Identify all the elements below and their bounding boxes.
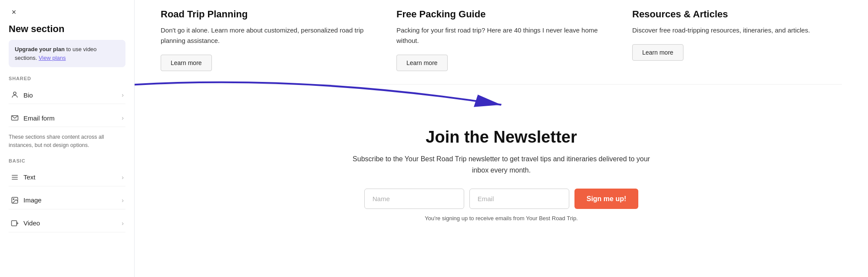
bio-label: Bio <box>23 91 33 99</box>
newsletter-section: Join the Newsletter Subscribe to the You… <box>161 111 842 230</box>
svg-point-0 <box>13 92 16 95</box>
signup-button[interactable]: Sign me up! <box>574 189 639 209</box>
person-icon <box>10 91 19 99</box>
text-label: Text <box>23 173 36 181</box>
video-icon <box>10 219 19 228</box>
newsletter-title: Join the Newsletter <box>169 128 833 147</box>
shared-section-label: SHARED <box>9 76 125 81</box>
newsletter-form: Sign me up! <box>169 189 833 209</box>
email-input[interactable] <box>469 189 569 209</box>
image-icon <box>10 196 19 205</box>
column-1-text: Don't go it alone. Learn more about cust… <box>161 25 370 46</box>
image-label: Image <box>23 196 42 204</box>
column-1-title: Road Trip Planning <box>161 9 370 20</box>
learn-more-button-1[interactable]: Learn more <box>161 55 212 71</box>
email-form-label: Email form <box>23 114 55 122</box>
lines-icon <box>10 173 19 182</box>
column-packing-guide: Free Packing Guide Packing for your firs… <box>396 9 606 71</box>
newsletter-subtitle: Subscribe to the Your Best Road Trip new… <box>350 153 653 176</box>
arrow-decoration <box>135 85 868 111</box>
column-3-text: Discover free road-tripping resources, i… <box>632 25 842 36</box>
sidebar-title: New section <box>9 23 125 35</box>
envelope-icon <box>10 114 19 122</box>
column-2-text: Packing for your first road trip? Here a… <box>396 25 606 46</box>
main-content: Road Trip Planning Don't go it alone. Le… <box>135 0 868 277</box>
basic-section-label: BASIC <box>9 158 125 163</box>
sidebar-item-email-form[interactable]: Email form › <box>9 109 125 127</box>
column-road-trip-planning: Road Trip Planning Don't go it alone. Le… <box>161 9 370 71</box>
newsletter-disclaimer: You're signing up to receive emails from… <box>169 215 833 222</box>
text-chevron-icon: › <box>122 174 124 181</box>
svg-point-6 <box>13 199 14 199</box>
sidebar-item-bio[interactable]: Bio › <box>9 86 125 104</box>
video-label: Video <box>23 219 40 227</box>
email-form-chevron-icon: › <box>122 114 124 121</box>
column-3-title: Resources & Articles <box>632 9 842 20</box>
sidebar: × New section Upgrade your plan to use v… <box>0 0 135 277</box>
image-chevron-icon: › <box>122 197 124 204</box>
name-input[interactable] <box>364 189 464 209</box>
columns-section: Road Trip Planning Don't go it alone. Le… <box>161 0 842 85</box>
svg-marker-8 <box>17 222 18 224</box>
column-2-title: Free Packing Guide <box>396 9 606 20</box>
video-chevron-icon: › <box>122 220 124 227</box>
shared-note: These sections share content across all … <box>9 133 125 150</box>
view-plans-link[interactable]: View plans <box>39 55 66 61</box>
bio-chevron-icon: › <box>122 91 124 98</box>
sidebar-item-video[interactable]: Video › <box>9 215 125 232</box>
sidebar-item-text[interactable]: Text › <box>9 169 125 186</box>
learn-more-button-3[interactable]: Learn more <box>632 44 683 61</box>
column-resources-articles: Resources & Articles Discover free road-… <box>632 9 842 71</box>
upgrade-bold-text: Upgrade your plan <box>15 46 65 52</box>
sidebar-item-image[interactable]: Image › <box>9 192 125 209</box>
learn-more-button-2[interactable]: Learn more <box>396 55 448 71</box>
upgrade-box: Upgrade your plan to use video sections.… <box>9 40 125 67</box>
close-button[interactable]: × <box>9 7 19 17</box>
svg-rect-7 <box>12 221 17 226</box>
